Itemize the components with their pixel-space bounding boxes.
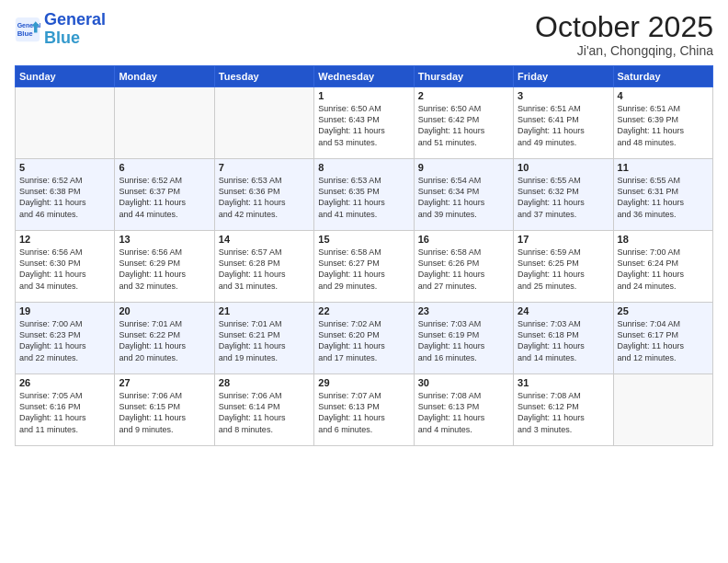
calendar-cell: 8Sunrise: 6:53 AM Sunset: 6:35 PM Daylig…: [314, 159, 414, 231]
day-info: Sunrise: 6:56 AM Sunset: 6:29 PM Dayligh…: [119, 247, 210, 292]
day-number: 26: [19, 377, 110, 388]
day-info: Sunrise: 7:00 AM Sunset: 6:23 PM Dayligh…: [19, 318, 110, 363]
day-info: Sunrise: 6:58 AM Sunset: 6:26 PM Dayligh…: [418, 247, 509, 292]
day-info: Sunrise: 6:55 AM Sunset: 6:32 PM Dayligh…: [518, 175, 609, 220]
day-info: Sunrise: 7:08 AM Sunset: 6:12 PM Dayligh…: [518, 390, 609, 435]
logo-text: GeneralBlue: [44, 11, 106, 48]
day-number: 17: [518, 234, 609, 245]
weekday-header-saturday: Saturday: [613, 66, 712, 87]
svg-text:Blue: Blue: [17, 29, 34, 38]
calendar-cell: 10Sunrise: 6:55 AM Sunset: 6:32 PM Dayli…: [514, 159, 613, 231]
calendar-cell: 1Sunrise: 6:50 AM Sunset: 6:43 PM Daylig…: [314, 87, 414, 159]
calendar-cell: 26Sunrise: 7:05 AM Sunset: 6:16 PM Dayli…: [16, 374, 115, 446]
calendar-body: 1Sunrise: 6:50 AM Sunset: 6:43 PM Daylig…: [16, 87, 713, 446]
calendar-cell: 28Sunrise: 7:06 AM Sunset: 6:14 PM Dayli…: [214, 374, 313, 446]
calendar-cell: 17Sunrise: 6:59 AM Sunset: 6:25 PM Dayli…: [514, 231, 613, 303]
day-info: Sunrise: 6:50 AM Sunset: 6:43 PM Dayligh…: [318, 103, 409, 148]
calendar-week-row: 12Sunrise: 6:56 AM Sunset: 6:30 PM Dayli…: [16, 231, 713, 303]
day-number: 24: [518, 305, 609, 316]
day-number: 1: [318, 90, 409, 101]
calendar-cell: 24Sunrise: 7:03 AM Sunset: 6:18 PM Dayli…: [514, 303, 613, 374]
logo: General Blue GeneralBlue: [15, 11, 106, 48]
day-number: 9: [418, 162, 509, 173]
day-number: 28: [219, 377, 310, 388]
day-info: Sunrise: 7:00 AM Sunset: 6:24 PM Dayligh…: [618, 247, 709, 292]
calendar-cell: 29Sunrise: 7:07 AM Sunset: 6:13 PM Dayli…: [314, 374, 414, 446]
day-number: 13: [119, 234, 210, 245]
calendar-cell: 16Sunrise: 6:58 AM Sunset: 6:26 PM Dayli…: [414, 231, 513, 303]
day-number: 12: [19, 234, 110, 245]
calendar-cell: 11Sunrise: 6:55 AM Sunset: 6:31 PM Dayli…: [613, 159, 712, 231]
day-info: Sunrise: 6:56 AM Sunset: 6:30 PM Dayligh…: [19, 247, 110, 292]
day-info: Sunrise: 6:53 AM Sunset: 6:36 PM Dayligh…: [219, 175, 310, 220]
calendar-cell: 21Sunrise: 7:01 AM Sunset: 6:21 PM Dayli…: [214, 303, 313, 374]
calendar-cell: 20Sunrise: 7:01 AM Sunset: 6:22 PM Dayli…: [115, 303, 214, 374]
day-number: 2: [418, 90, 509, 101]
calendar-cell: 25Sunrise: 7:04 AM Sunset: 6:17 PM Dayli…: [613, 303, 712, 374]
weekday-header-wednesday: Wednesday: [314, 66, 414, 87]
day-number: 18: [618, 234, 709, 245]
calendar-table: SundayMondayTuesdayWednesdayThursdayFrid…: [15, 65, 713, 446]
calendar-cell: 31Sunrise: 7:08 AM Sunset: 6:12 PM Dayli…: [514, 374, 613, 446]
calendar-subtitle: Ji'an, Chongqing, China: [535, 43, 713, 58]
day-info: Sunrise: 6:59 AM Sunset: 6:25 PM Dayligh…: [518, 247, 609, 292]
calendar-cell: 7Sunrise: 6:53 AM Sunset: 6:36 PM Daylig…: [214, 159, 313, 231]
day-info: Sunrise: 6:57 AM Sunset: 6:28 PM Dayligh…: [219, 247, 310, 292]
page: General Blue GeneralBlue October 2025 Ji…: [0, 0, 728, 563]
day-number: 22: [318, 305, 409, 316]
logo-icon: General Blue: [15, 17, 40, 42]
calendar-cell: 18Sunrise: 7:00 AM Sunset: 6:24 PM Dayli…: [613, 231, 712, 303]
calendar-week-row: 5Sunrise: 6:52 AM Sunset: 6:38 PM Daylig…: [16, 159, 713, 231]
calendar-cell: 6Sunrise: 6:52 AM Sunset: 6:37 PM Daylig…: [115, 159, 214, 231]
day-number: 20: [119, 305, 210, 316]
day-number: 16: [418, 234, 509, 245]
day-info: Sunrise: 6:58 AM Sunset: 6:27 PM Dayligh…: [318, 247, 409, 292]
calendar-cell: 5Sunrise: 6:52 AM Sunset: 6:38 PM Daylig…: [16, 159, 115, 231]
calendar-cell: 2Sunrise: 6:50 AM Sunset: 6:42 PM Daylig…: [414, 87, 513, 159]
day-info: Sunrise: 7:06 AM Sunset: 6:14 PM Dayligh…: [219, 390, 310, 435]
day-info: Sunrise: 6:53 AM Sunset: 6:35 PM Dayligh…: [318, 175, 409, 220]
day-number: 31: [518, 377, 609, 388]
weekday-header-monday: Monday: [115, 66, 214, 87]
calendar-cell: 19Sunrise: 7:00 AM Sunset: 6:23 PM Dayli…: [16, 303, 115, 374]
calendar-cell: [613, 374, 712, 446]
day-info: Sunrise: 7:04 AM Sunset: 6:17 PM Dayligh…: [618, 318, 709, 363]
day-info: Sunrise: 7:08 AM Sunset: 6:13 PM Dayligh…: [418, 390, 509, 435]
day-info: Sunrise: 6:50 AM Sunset: 6:42 PM Dayligh…: [418, 103, 509, 148]
day-info: Sunrise: 6:51 AM Sunset: 6:39 PM Dayligh…: [618, 103, 709, 148]
day-number: 30: [418, 377, 509, 388]
calendar-week-row: 1Sunrise: 6:50 AM Sunset: 6:43 PM Daylig…: [16, 87, 713, 159]
calendar-cell: 27Sunrise: 7:06 AM Sunset: 6:15 PM Dayli…: [115, 374, 214, 446]
day-number: 29: [318, 377, 409, 388]
header: General Blue GeneralBlue October 2025 Ji…: [15, 11, 713, 58]
calendar-cell: 15Sunrise: 6:58 AM Sunset: 6:27 PM Dayli…: [314, 231, 414, 303]
day-number: 8: [318, 162, 409, 173]
calendar-cell: 9Sunrise: 6:54 AM Sunset: 6:34 PM Daylig…: [414, 159, 513, 231]
calendar-cell: 14Sunrise: 6:57 AM Sunset: 6:28 PM Dayli…: [214, 231, 313, 303]
day-number: 25: [618, 305, 709, 316]
calendar-cell: 3Sunrise: 6:51 AM Sunset: 6:41 PM Daylig…: [514, 87, 613, 159]
calendar-title: October 2025: [535, 11, 713, 43]
day-number: 21: [219, 305, 310, 316]
day-number: 14: [219, 234, 310, 245]
calendar-cell: [115, 87, 214, 159]
day-number: 3: [518, 90, 609, 101]
day-info: Sunrise: 7:06 AM Sunset: 6:15 PM Dayligh…: [119, 390, 210, 435]
weekday-header-tuesday: Tuesday: [214, 66, 313, 87]
day-info: Sunrise: 7:03 AM Sunset: 6:18 PM Dayligh…: [518, 318, 609, 363]
day-info: Sunrise: 6:51 AM Sunset: 6:41 PM Dayligh…: [518, 103, 609, 148]
day-number: 6: [119, 162, 210, 173]
weekday-header-thursday: Thursday: [414, 66, 513, 87]
weekday-header-row: SundayMondayTuesdayWednesdayThursdayFrid…: [16, 66, 713, 87]
calendar-cell: 4Sunrise: 6:51 AM Sunset: 6:39 PM Daylig…: [613, 87, 712, 159]
day-info: Sunrise: 7:02 AM Sunset: 6:20 PM Dayligh…: [318, 318, 409, 363]
day-number: 23: [418, 305, 509, 316]
calendar-week-row: 19Sunrise: 7:00 AM Sunset: 6:23 PM Dayli…: [16, 303, 713, 374]
calendar-cell: 22Sunrise: 7:02 AM Sunset: 6:20 PM Dayli…: [314, 303, 414, 374]
weekday-header-sunday: Sunday: [16, 66, 115, 87]
day-number: 5: [19, 162, 110, 173]
weekday-header-friday: Friday: [514, 66, 613, 87]
calendar-cell: 13Sunrise: 6:56 AM Sunset: 6:29 PM Dayli…: [115, 231, 214, 303]
day-info: Sunrise: 7:03 AM Sunset: 6:19 PM Dayligh…: [418, 318, 509, 363]
day-number: 10: [518, 162, 609, 173]
